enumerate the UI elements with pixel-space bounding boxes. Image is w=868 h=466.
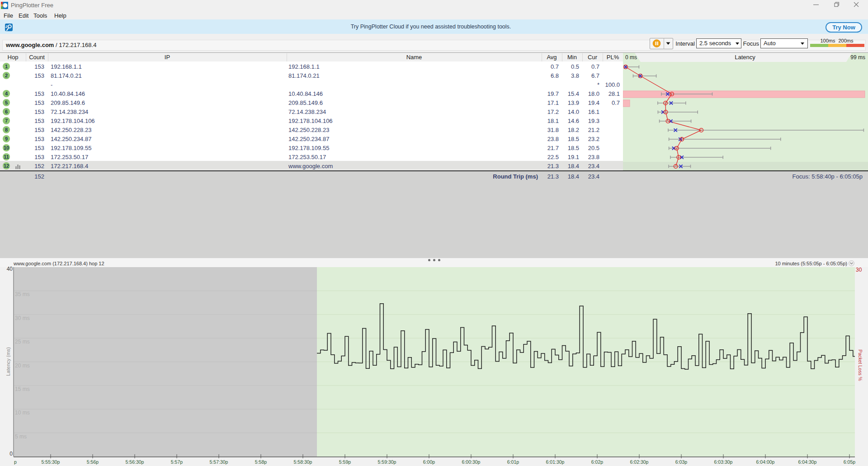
svg-text:30 ms: 30 ms	[15, 315, 30, 321]
svg-text:6:03p: 6:03p	[675, 459, 687, 465]
svg-text:p: p	[14, 459, 17, 465]
svg-text:5:57:30p: 5:57:30p	[210, 459, 228, 465]
svg-text:20 ms: 20 ms	[15, 362, 30, 369]
svg-text:5:58:30p: 5:58:30p	[294, 459, 312, 465]
svg-text:5:59:30p: 5:59:30p	[378, 459, 396, 465]
svg-text:5:59p: 5:59p	[339, 459, 351, 465]
svg-text:6:01:30p: 6:01:30p	[546, 459, 565, 465]
svg-text:Latency (ms): Latency (ms)	[5, 347, 11, 376]
svg-text:5:55:30p: 5:55:30p	[42, 459, 60, 465]
svg-text:6:04:00p: 6:04:00p	[756, 459, 775, 465]
svg-text:5:58p: 5:58p	[255, 459, 267, 465]
svg-text:5:56p: 5:56p	[87, 459, 99, 465]
svg-text:5:56:30p: 5:56:30p	[126, 459, 144, 465]
svg-text:10 ms: 10 ms	[15, 410, 30, 416]
svg-text:6:02:30p: 6:02:30p	[630, 459, 649, 465]
svg-text:15 ms: 15 ms	[15, 386, 30, 392]
svg-text:25 ms: 25 ms	[15, 339, 30, 345]
svg-text:6:03:30p: 6:03:30p	[714, 459, 733, 465]
svg-text:6:04:30p: 6:04:30p	[798, 459, 817, 465]
svg-text:40: 40	[7, 266, 13, 272]
svg-text:35 ms: 35 ms	[15, 291, 30, 297]
svg-text:5:57p: 5:57p	[171, 459, 183, 465]
svg-text:6:00p: 6:00p	[423, 459, 435, 465]
svg-text:30: 30	[856, 267, 862, 273]
svg-text:6:05p: 6:05p	[844, 459, 855, 465]
svg-text:0: 0	[9, 451, 13, 457]
svg-text:6:02p: 6:02p	[591, 459, 603, 465]
svg-text:Packet Loss %: Packet Loss %	[858, 349, 863, 381]
svg-text:5 ms: 5 ms	[15, 433, 27, 440]
svg-text:6:01p: 6:01p	[507, 459, 519, 465]
svg-text:6:00:30p: 6:00:30p	[462, 459, 481, 465]
